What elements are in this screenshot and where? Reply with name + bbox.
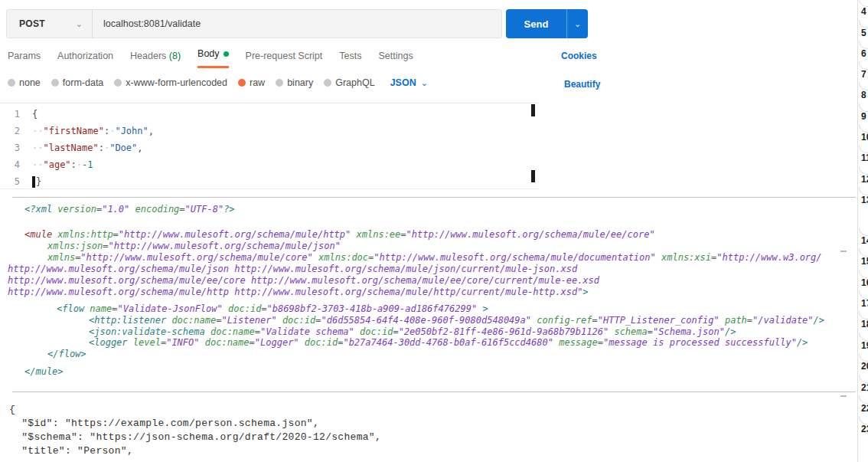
xml-token-pln: = <box>161 337 166 348</box>
request-url-bar: POST ⌄ localhost:8081/validate <box>6 9 502 38</box>
xml-token-pln <box>351 229 356 240</box>
xml-token-attr: xmlns:xsi <box>661 252 711 263</box>
xml-token-val: "/validate" <box>752 315 813 326</box>
editor-line: 5} <box>0 173 538 190</box>
margin-line-number: 4 <box>861 6 866 17</box>
beautify-link[interactable]: Beautify <box>564 79 600 90</box>
editor-scrollbar-thumb[interactable] <box>531 170 535 182</box>
xml-token-pln: = <box>648 326 653 337</box>
margin-line-number: 16 <box>861 277 868 288</box>
editor-line-content: ··"lastName":·"Doe", <box>32 143 143 153</box>
send-button[interactable]: Send ⌄ <box>506 9 588 38</box>
margin-line-number: 5 <box>861 28 866 38</box>
tab-authorization[interactable]: Authorization <box>57 51 113 68</box>
body-modified-dot-icon <box>224 51 229 57</box>
margin-line-number: 21 <box>861 382 868 393</box>
margin-line-number: 17 <box>861 298 868 309</box>
xml-token-tag: </flow> <box>47 349 86 359</box>
radio-icon <box>276 79 283 87</box>
editor-line: 2··"firstName":·"John", <box>0 123 538 139</box>
body-type-bar-options: noneform-datax-www-form-urlencodedrawbin… <box>8 77 375 88</box>
xml-token-pln: = <box>400 229 406 240</box>
body-editor[interactable]: 1{2··"firstName":·"John",3··"lastName":·… <box>0 103 538 189</box>
body-type-graphql[interactable]: GraphQL <box>324 77 374 88</box>
tab-settings[interactable]: Settings <box>378 51 413 68</box>
xml-token-val: "1.0" <box>102 204 129 215</box>
body-type-x-www-form-urlencoded[interactable]: x-www-form-urlencoded <box>114 77 227 88</box>
margin-line-number: 18 <box>861 319 868 329</box>
xml-token-pln: = <box>368 252 374 263</box>
tab-pre-request-script[interactable]: Pre-request Script <box>246 51 323 68</box>
tab-params[interactable]: Params <box>8 51 41 68</box>
xml-token-tag: <flow <box>57 303 90 314</box>
editor-line: 3··"lastName":·"Doe", <box>0 139 538 156</box>
token-pln: } <box>36 176 41 187</box>
radio-label: raw <box>250 77 265 88</box>
xml-token-pln: = <box>592 315 598 326</box>
tab-label: Params <box>8 51 41 61</box>
xml-token-val: "http://www.mulesoft.org/schema/mule/doc… <box>374 252 655 263</box>
token-pln: : <box>99 143 104 153</box>
xml-token-attr: path <box>725 315 747 326</box>
xml-token-val: "http://www.w3.org/ <box>716 252 821 263</box>
xml-token-val: "Validate-JsonFlow" <box>118 303 223 314</box>
xml-token-pln <box>609 326 614 337</box>
xml-token-pln <box>313 252 318 263</box>
tab-headers[interactable]: Headers (8) <box>130 51 181 68</box>
body-type-raw[interactable]: raw <box>238 77 265 88</box>
body-type-binary[interactable]: binary <box>276 77 313 88</box>
xml-line: </mule> <box>24 366 64 377</box>
method-label: POST <box>19 18 45 29</box>
xml-token-val: "http://www.mulesoft.org/schema/mule/htt… <box>119 229 351 240</box>
xml-token-pln <box>656 252 661 263</box>
schema-line: { <box>9 403 381 417</box>
xml-token-attr: version <box>57 204 96 215</box>
body-type-none[interactable]: none <box>8 77 41 88</box>
tab-tests[interactable]: Tests <box>339 51 361 68</box>
xml-token-tag: ?> <box>224 204 234 215</box>
token-pln: , <box>137 143 142 153</box>
xml-token-attr: config-ref <box>537 315 592 326</box>
format-select[interactable]: JSON ⌄ <box>390 77 428 88</box>
cookies-link[interactable]: Cookies <box>561 51 597 61</box>
format-selected-label: JSON <box>390 77 416 88</box>
xml-line: <?xml version="1.0" encoding="UTF-8"?> <box>24 204 235 215</box>
section-divider <box>12 392 856 392</box>
body-type-form-data[interactable]: form-data <box>51 77 104 88</box>
xml-line: <logger level="INFO" doc:name="Logger" d… <box>89 337 808 348</box>
method-select[interactable]: POST ⌄ <box>7 10 93 38</box>
schema-line: "$id": "https://example.com/person.schem… <box>9 417 381 431</box>
margin-line-number: 11 <box>861 152 868 163</box>
token-num: -1 <box>82 159 93 170</box>
token-ws: ·· <box>32 159 43 170</box>
margin-line-number: 12 <box>861 174 868 185</box>
margin-strip: 4567891011121314151617181920212223 <box>857 0 868 462</box>
xml-token-pln <box>200 337 205 348</box>
editor-scrollbar-thumb[interactable] <box>531 104 535 116</box>
xml-line: <json:validate-schema doc:name="Validate… <box>89 326 736 337</box>
xml-token-pln: = <box>315 315 321 326</box>
margin-line-number: 13 <box>861 195 868 205</box>
xml-token-attr: xmlns:http <box>57 229 113 240</box>
xml-token-tag: /> <box>814 315 824 326</box>
xml-token-attr: doc:id <box>305 337 338 348</box>
token-key: "age" <box>43 159 70 170</box>
editor-line: 1{ <box>0 106 538 123</box>
xml-token-attr: xmlns:json <box>47 241 103 251</box>
radio-icon <box>51 79 59 87</box>
xml-token-val: http://www.mulesoft.org/schema/mule/ee/c… <box>8 275 599 286</box>
xml-token-val: "Validate schema" <box>260 326 354 337</box>
tab-label: Settings <box>378 51 413 61</box>
xml-token-pln: = <box>75 252 80 263</box>
token-pln: { <box>32 109 38 120</box>
xml-token-pln <box>129 204 135 215</box>
tab-body[interactable]: Body <box>197 48 229 68</box>
xml-line: xmlns:json="http://www.mulesoft.org/sche… <box>47 241 341 251</box>
xml-token-attr: name <box>90 303 112 314</box>
xml-token-attr: doc:id <box>228 303 261 314</box>
xml-line: http://www.mulesoft.org/schema/mule/http… <box>8 287 589 297</box>
schema-code-block: { "$id": "https://example.com/person.sch… <box>9 403 381 458</box>
radio-icon <box>324 79 331 87</box>
url-input[interactable]: localhost:8081/validate <box>93 18 201 29</box>
send-options-button[interactable]: ⌄ <box>566 9 588 38</box>
